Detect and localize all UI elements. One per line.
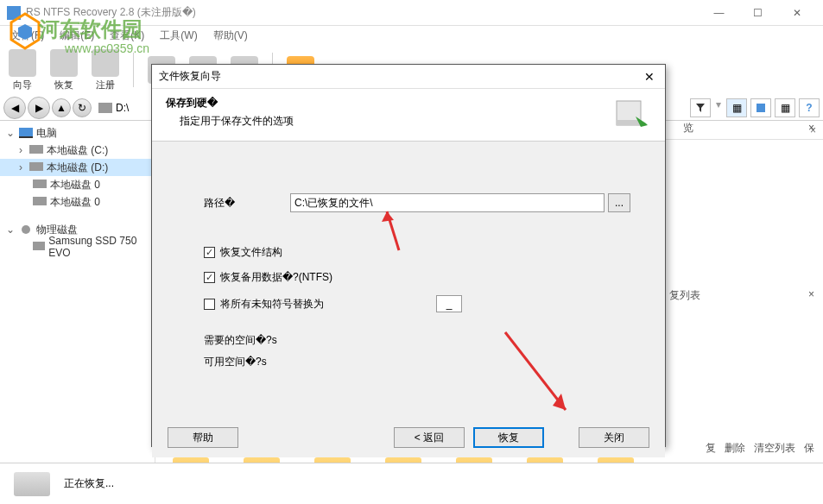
svg-rect-1 [757,104,765,112]
tree-disk-0b[interactable]: 本地磁盘 0 [0,193,155,211]
expand-icon[interactable]: › [16,144,26,156]
svg-rect-3 [19,136,33,138]
action-clear[interactable]: 清空列表 [754,441,795,456]
drive-icon [29,162,43,173]
wizard-icon [9,49,36,77]
action-recover[interactable]: 复 [706,441,716,456]
svg-rect-9 [33,242,45,250]
menu-help[interactable]: 帮助(V) [206,27,255,45]
view-button[interactable]: ▦ [726,98,747,117]
drive-icon [98,103,112,113]
dialog-titlebar[interactable]: 文件恢复向导 ✕ [152,65,665,89]
help-button[interactable]: ? [799,98,820,117]
save-button[interactable] [750,98,771,117]
svg-rect-5 [29,162,43,171]
nav-up-button[interactable]: ▲ [52,98,71,117]
save-icon [756,103,766,113]
collapse-icon[interactable]: ⌄ [5,224,16,236]
action-delete[interactable]: 删除 [725,441,745,456]
watermark-url: www.pc0359.cn [65,41,149,55]
checkbox-structure-row[interactable]: 恢复文件结构 [204,245,630,260]
path-label: 路径� [204,196,290,211]
space-available: 可用空间�?s [204,355,630,369]
tree-computer[interactable]: ⌄ 电脑 [0,124,155,142]
svg-rect-11 [617,120,641,125]
tree-disk-0a[interactable]: 本地磁盘 0 [0,176,155,193]
expand-icon[interactable]: › [16,161,26,173]
statusbar: 正在恢复... [0,463,823,504]
collapse-icon[interactable]: ⌄ [5,127,16,139]
menu-tools[interactable]: 工具(W) [153,27,204,45]
dialog-close-button[interactable]: ✕ [641,70,658,84]
svg-point-8 [22,225,30,234]
dialog-body: 路径� ... 恢复文件结构 恢复备用数据�?(NTFS) 将所有未知符号替换为… [152,142,665,418]
action-save[interactable]: 保 [804,441,814,456]
action-labels: 复 删除 清空列表 保 [706,441,814,456]
replace-char-input[interactable] [436,295,462,312]
recover-list-label: 复列表 × [669,288,814,303]
computer-icon [19,128,33,138]
svg-rect-2 [19,128,33,136]
nav-back-button[interactable]: ◀ [3,97,26,119]
svg-rect-7 [33,197,47,205]
back-button[interactable]: < 返回 [394,427,465,448]
browse-button[interactable]: ... [608,193,630,212]
drive-icon [29,145,43,155]
watermark-text: 河东软件园 [39,16,142,43]
save-disk-icon [610,96,651,130]
dialog-header-title: 保存到硬� [166,96,610,110]
drive-icon [33,197,47,207]
wizard-button[interactable]: 向导 [5,47,40,93]
minimize-button[interactable]: — [700,1,738,25]
dialog-header: 保存到硬� 指定用于保存文件的选项 [152,89,665,142]
nav-forward-button[interactable]: ▶ [28,97,50,119]
view2-button[interactable]: ▦ [775,98,795,117]
drive-icon [33,180,47,190]
recovery-wizard-dialog: 文件恢复向导 ✕ 保存到硬� 指定用于保存文件的选项 路径� ... 恢复文件结… [151,64,666,447]
preview-label: 览 × [683,121,814,135]
close-button[interactable]: 关闭 [579,427,649,448]
tree-disk-c[interactable]: › 本地磁盘 (C:) [0,142,155,159]
dialog-title: 文件恢复向导 [159,69,641,84]
tree-ssd[interactable]: Samsung SSD 750 EVO [0,238,155,255]
nav-refresh-button[interactable]: ↻ [73,98,92,117]
tree-disk-d[interactable]: › 本地磁盘 (D:) [0,159,155,176]
toolbar-divider [133,53,134,87]
filter-button[interactable] [690,98,711,117]
status-drive-icon [14,472,50,496]
dialog-header-subtitle: 指定用于保存文件的选项 [166,114,610,129]
dialog-footer: 帮助 < 返回 恢复 关闭 [152,418,665,457]
svg-rect-4 [29,145,43,154]
path-input[interactable] [290,193,605,212]
close-button[interactable]: ✕ [777,1,816,25]
funnel-icon [695,103,706,113]
disk-icon [19,224,33,235]
space-needed: 需要的空间�?s [204,333,630,348]
checkbox-structure[interactable] [204,247,215,258]
status-text: 正在恢复... [64,476,114,491]
help-button[interactable]: 帮助 [168,427,238,448]
sidebar-tree: ⌄ 电脑 › 本地磁盘 (C:) › 本地磁盘 (D:) 本地磁盘 0 本地磁盘… [0,121,155,488]
checkbox-backup-row[interactable]: 恢复备用数据�?(NTFS) [204,270,630,285]
drive-icon [33,242,45,252]
checkbox-replace-row[interactable]: 将所有未知符号替换为 [204,295,630,312]
recover-button[interactable]: 恢复 [473,427,544,448]
checkbox-replace[interactable] [204,299,215,310]
maximize-button[interactable]: ☐ [738,1,777,25]
svg-rect-6 [33,180,47,188]
checkbox-backup[interactable] [204,272,215,283]
